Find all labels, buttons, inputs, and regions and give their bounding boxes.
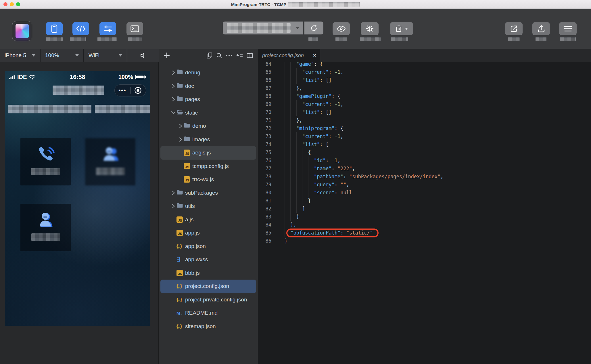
redacted-toolbar-label [560,37,576,41]
tree-item-project-private-config-json[interactable]: {..}project.private.config.json [160,293,256,307]
more-menu-button[interactable] [559,22,577,35]
remote-debug-button[interactable] [361,22,379,35]
tree-item-bbb-js[interactable]: JSbbb.js [160,266,256,280]
tree-item-label: demo [192,123,206,129]
tree-item-app-wxss[interactable]: ∃app.wxss [160,253,256,266]
code-line-86: 86} [258,237,591,245]
simulator-toggle-button[interactable] [46,22,63,35]
network-select[interactable]: WiFi [84,49,127,62]
folder-icon [176,189,183,196]
search-icon[interactable] [216,53,222,59]
tree-item-label: pages [185,96,200,102]
editor-toggle-button[interactable] [72,22,89,35]
redacted-tile-label [31,233,60,241]
miniprogram-capsule: ••• [114,84,146,96]
close-window-button[interactable] [3,2,7,6]
code-line-72: 72"miniprogram": { [258,124,591,132]
plus-icon[interactable] [164,52,170,59]
folder-open-icon [176,109,183,116]
menu-icon [564,26,572,32]
feature-tile-call[interactable] [20,138,71,185]
tree-item-pages[interactable]: pages [160,93,256,106]
capsule-close-icon[interactable] [131,87,146,94]
redacted-toolbar-label [360,37,381,41]
tree-item-trtc-wx-js[interactable]: JStrtc-wx.js [160,173,256,186]
folder-icon [176,203,183,210]
redacted-toolbar-label [308,37,318,41]
js-file-icon: JS [184,163,190,169]
code-editor[interactable]: 64"game": {65"current": -1,66"list": []6… [258,62,591,364]
file-tree: debugdocpagesstaticdemoimagesJSaegis.jsJ… [159,66,258,333]
collapse-all-icon[interactable] [236,53,243,58]
feature-tile-group[interactable] [85,138,135,185]
tree-item-demo[interactable]: demo [160,119,256,133]
line-number: 68 [258,93,285,99]
terminal-toggle-button[interactable] [126,22,143,35]
line-number: 64 [258,62,285,67]
feature-tile-person[interactable] [20,204,71,251]
speaker-icon [140,52,146,59]
tree-item-tcmpp-config-js[interactable]: JStcmpp.config.js [160,160,256,173]
tab-project-config-json[interactable]: project.config.json × [258,49,320,62]
code-line-85: 85"obfuscationPath": "static/" [258,229,591,237]
toggle-panel-icon[interactable] [247,53,253,58]
chevron-right-icon[interactable] [177,124,184,128]
tree-item-label: README.md [185,310,218,316]
open-external-button[interactable] [505,22,523,35]
refresh-button[interactable] [304,22,323,34]
code-line-64: 64"game": { [258,62,591,68]
copy-icon[interactable] [207,52,212,59]
debugger-toggle-button[interactable] [99,22,116,35]
chevron-right-icon[interactable] [177,137,184,142]
tree-item-app-js[interactable]: JSapp.js [160,226,256,240]
code-line-80: 80"scene": null [258,189,591,197]
compile-mode-dropdown[interactable] [223,22,303,34]
device-select[interactable]: iPhone 5 [0,49,41,62]
sound-toggle[interactable] [127,49,159,62]
tree-item-a-js[interactable]: JSa.js [160,213,256,226]
tree-item-doc[interactable]: doc [160,80,256,93]
tree-item-utils[interactable]: utils [160,200,256,213]
tree-item-label: app.json [185,243,206,249]
tree-item-aegis-js[interactable]: JSaegis.js [160,146,256,160]
upload-button[interactable] [532,22,550,35]
tree-item-readme-md[interactable]: M↓README.md [160,306,256,320]
tree-item-label: subPackages [185,190,218,196]
call-icon [36,146,56,164]
redacted-toolbar-label [70,37,86,41]
preview-button[interactable] [333,22,350,35]
folder-icon [176,83,183,90]
chevron-right-icon[interactable] [170,191,176,195]
bug-icon [365,25,374,33]
editor-tabbar: project.config.json × [258,49,591,62]
redacted-text-row [8,105,91,113]
clear-cache-button[interactable] [390,22,413,35]
close-tab-icon[interactable]: × [313,52,316,59]
device-select-value: iPhone 5 [0,52,26,59]
code-icon [76,25,86,32]
tree-item-project-config-json[interactable]: {..}project.config.json [160,280,256,293]
chevron-right-icon[interactable] [170,70,176,75]
js-file-icon: JS [184,150,190,156]
minimize-window-button[interactable] [10,2,14,6]
more-icon[interactable] [226,55,232,56]
tree-item-images[interactable]: images [160,133,256,146]
tree-item-debug[interactable]: debug [160,66,256,80]
line-number: 86 [258,238,285,244]
tree-item-label: bbb.js [185,270,200,276]
js-file-icon: JS [184,176,190,183]
tree-item-static[interactable]: static [160,106,256,120]
tree-item-subpackages[interactable]: subPackages [160,186,256,200]
zoom-select[interactable]: 100% [41,49,84,62]
chevron-right-icon[interactable] [170,204,176,208]
js-file-icon: JS [176,216,183,223]
tree-item-sitemap-json[interactable]: {..}sitemap.json [160,320,256,333]
chevron-right-icon[interactable] [170,97,176,102]
chevron-down-icon[interactable] [170,111,176,114]
tree-item-app-json[interactable]: {..}app.json [160,240,256,253]
redacted-dropdown-value [227,23,291,33]
redacted-toolbar-label [128,37,142,41]
chevron-right-icon[interactable] [170,84,176,88]
zoom-window-button[interactable] [16,2,20,6]
tree-item-label: images [192,136,210,143]
